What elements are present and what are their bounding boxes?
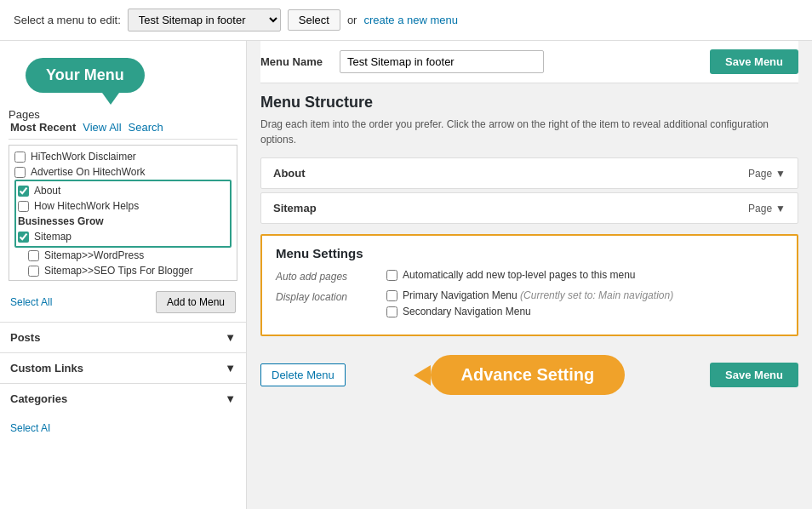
categories-section: Categories ▼ bbox=[0, 383, 246, 414]
bottom-bar: Delete Menu Advance Setting Save Menu bbox=[260, 346, 798, 403]
select-menu-label: Select a menu to edit: bbox=[14, 14, 121, 26]
menu-item-arrow-sitemap[interactable]: ▼ bbox=[775, 203, 786, 214]
page-checkbox-disclaimer[interactable] bbox=[14, 152, 26, 163]
tab-search[interactable]: Search bbox=[129, 121, 163, 134]
secondary-nav-checkbox[interactable] bbox=[386, 306, 397, 317]
save-menu-button-bottom[interactable]: Save Menu bbox=[710, 363, 798, 387]
categories-arrow-icon: ▼ bbox=[225, 392, 236, 405]
menu-structure-section: Menu Structure Drag each item into the o… bbox=[260, 83, 798, 224]
delete-menu-button[interactable]: Delete Menu bbox=[260, 363, 346, 386]
your-menu-bubble: Your Menu bbox=[26, 58, 145, 93]
page-label-sitemap-wp: Sitemap>>WordPress bbox=[44, 249, 144, 261]
tab-view-all[interactable]: View All bbox=[83, 121, 121, 134]
list-item: How HitechWork Helps bbox=[18, 198, 228, 214]
page-label-about: About bbox=[34, 185, 60, 197]
custom-links-header[interactable]: Custom Links ▼ bbox=[0, 353, 246, 383]
display-location-row: Display location Primary Navigation Menu… bbox=[276, 289, 783, 317]
advance-setting-area: Advance Setting bbox=[431, 355, 626, 395]
display-option-secondary: Secondary Navigation Menu bbox=[386, 306, 673, 317]
custom-links-section: Custom Links ▼ bbox=[0, 352, 246, 383]
auto-add-pages-row: Auto add pages Automatically add new top… bbox=[276, 269, 783, 283]
categories-title: Categories bbox=[10, 392, 67, 405]
list-item: Sitemap bbox=[18, 229, 228, 244]
pages-section-title: Pages bbox=[9, 108, 237, 121]
menu-name-section: Menu Name Save Menu bbox=[260, 41, 798, 83]
auto-add-option-label: Automatically add new top-level pages to… bbox=[403, 269, 636, 281]
page-checkbox-advertise[interactable] bbox=[14, 167, 26, 178]
sidebar: Your Menu Pages Most Recent View All Sea… bbox=[0, 41, 247, 509]
page-label-howhitechwork: How HitechWork Helps bbox=[34, 200, 139, 212]
posts-arrow-icon: ▼ bbox=[225, 331, 236, 344]
menu-item-arrow-about[interactable]: ▼ bbox=[775, 168, 786, 180]
display-option-primary: Primary Navigation Menu (Currently set t… bbox=[386, 289, 673, 301]
menu-item-name-sitemap: Sitemap bbox=[273, 202, 317, 214]
primary-nav-checkbox[interactable] bbox=[386, 290, 397, 301]
create-new-menu-link[interactable]: create a new menu bbox=[363, 14, 458, 26]
menu-structure-desc: Drag each item into the order you prefer… bbox=[260, 117, 798, 147]
auto-add-option: Automatically add new top-level pages to… bbox=[386, 269, 636, 281]
posts-header[interactable]: Posts ▼ bbox=[0, 323, 246, 352]
secondary-nav-label: Secondary Navigation Menu bbox=[403, 306, 531, 317]
display-options: Primary Navigation Menu (Currently set t… bbox=[386, 289, 673, 317]
page-label-advertise: Advertise On HitechWork bbox=[31, 166, 146, 178]
auto-add-checkbox[interactable] bbox=[386, 270, 397, 281]
list-item: About bbox=[18, 183, 228, 198]
highlight-group: About How HitechWork Helps Businesses Gr… bbox=[14, 180, 232, 248]
menu-name-input[interactable] bbox=[340, 50, 544, 73]
list-item: Sitemap>>WordPress bbox=[14, 248, 232, 263]
pages-panel: Pages Most Recent View All Search HiTech… bbox=[0, 101, 246, 322]
or-text: or bbox=[347, 14, 357, 26]
page-checkbox-sitemap-seo[interactable] bbox=[28, 266, 39, 277]
tab-most-recent[interactable]: Most Recent bbox=[10, 121, 76, 134]
menu-settings-box: Menu Settings Auto add pages Automatical… bbox=[260, 234, 798, 336]
menu-structure-title: Menu Structure bbox=[260, 94, 798, 112]
primary-nav-note: (Currently set to: Main navigation) bbox=[520, 289, 673, 301]
page-checkbox-howhitechwork[interactable] bbox=[18, 201, 29, 212]
primary-nav-label: Primary Navigation Menu (Currently set t… bbox=[403, 289, 673, 301]
custom-links-title: Custom Links bbox=[10, 362, 83, 375]
list-item: Sitemap>>SEO Tips For Blogger bbox=[14, 263, 232, 278]
menu-name-label: Menu Name bbox=[260, 55, 323, 68]
businesses-grow-label: Businesses Grow bbox=[18, 214, 228, 229]
right-content: Menu Name Save Menu Menu Structure Drag … bbox=[247, 41, 812, 509]
select-button[interactable]: Select bbox=[288, 9, 340, 31]
pages-bottom-actions: Select All Add to Menu bbox=[9, 286, 237, 318]
pages-tabs: Most Recent View All Search bbox=[9, 121, 237, 140]
pages-list: HiTechWork Disclaimer Advertise On Hitec… bbox=[9, 145, 237, 281]
list-item: Advertise On HitechWork bbox=[14, 164, 232, 180]
menu-item-type-label-sitemap: Page bbox=[748, 203, 772, 214]
add-to-menu-button[interactable]: Add to Menu bbox=[156, 291, 236, 313]
posts-section: Posts ▼ bbox=[0, 322, 246, 352]
categories-header[interactable]: Categories ▼ bbox=[0, 384, 246, 414]
top-bar: Select a menu to edit: Test Sitemap in f… bbox=[0, 0, 812, 41]
page-label-sitemap-seo: Sitemap>>SEO Tips For Blogger bbox=[44, 265, 193, 277]
page-label-sitemap: Sitemap bbox=[34, 231, 71, 243]
page-checkbox-about[interactable] bbox=[18, 186, 29, 197]
page-checkbox-sitemap[interactable] bbox=[18, 232, 29, 243]
select-all-link[interactable]: Select All bbox=[10, 296, 52, 308]
menu-item-type-about: Page ▼ bbox=[748, 168, 786, 180]
menu-item-type-sitemap: Page ▼ bbox=[748, 203, 786, 214]
page-label-disclaimer: HiTechWork Disclaimer bbox=[31, 151, 136, 163]
list-item: HiTechWork Disclaimer bbox=[14, 149, 232, 164]
menu-item-sitemap: Sitemap Page ▼ bbox=[260, 192, 798, 224]
custom-links-arrow-icon: ▼ bbox=[225, 362, 236, 375]
menu-item-about: About Page ▼ bbox=[260, 157, 798, 189]
page-checkbox-sitemap-wp[interactable] bbox=[28, 250, 39, 261]
save-menu-button-top[interactable]: Save Menu bbox=[710, 49, 798, 74]
auto-add-label: Auto add pages bbox=[276, 269, 378, 283]
main-layout: Your Menu Pages Most Recent View All Sea… bbox=[0, 41, 812, 509]
select-ai[interactable]: Select AI bbox=[0, 414, 246, 443]
advance-setting-bubble[interactable]: Advance Setting bbox=[431, 355, 626, 395]
posts-title: Posts bbox=[10, 331, 40, 344]
menu-item-name-about: About bbox=[273, 167, 306, 180]
menu-select[interactable]: Test Sitemap in footer bbox=[128, 9, 281, 31]
auto-add-options: Automatically add new top-level pages to… bbox=[386, 269, 636, 281]
content-inner: Menu Structure Drag each item into the o… bbox=[260, 83, 798, 412]
menu-settings-title: Menu Settings bbox=[276, 246, 783, 260]
display-label: Display location bbox=[276, 289, 378, 303]
menu-item-type-label-about: Page bbox=[748, 168, 772, 180]
